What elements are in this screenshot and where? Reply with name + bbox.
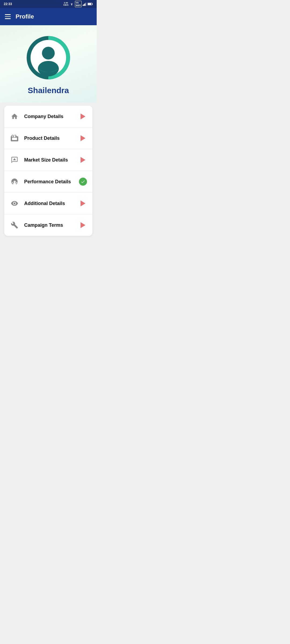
svg-point-11 (38, 61, 59, 76)
arrow-company-details (79, 112, 87, 120)
svg-rect-6 (88, 3, 91, 5)
menu-label-performance-details: Performance Details (24, 179, 79, 185)
home-icon (10, 112, 19, 121)
profile-name: Shailendra (28, 86, 69, 95)
avatar (26, 35, 71, 80)
eye-icon (10, 199, 19, 208)
svg-rect-1 (83, 5, 84, 6)
menu-label-company-details: Company Details (24, 114, 79, 119)
campaign-icon (10, 220, 19, 230)
menu-item-product-details[interactable]: Product Details (4, 127, 92, 149)
menu-item-performance-details[interactable]: Performance Details (4, 171, 92, 193)
menu-item-campaign-terms[interactable]: Campaign Terms (4, 214, 92, 236)
arrow-market-size-details (79, 156, 87, 164)
svg-rect-3 (85, 3, 85, 6)
hamburger-menu[interactable] (5, 14, 11, 19)
page-title: Profile (16, 13, 34, 20)
svg-point-10 (42, 47, 55, 60)
svg-rect-2 (84, 4, 85, 6)
battery-icon (88, 2, 93, 6)
status-bar: 22:33 2.00KB/S VoWiFi (0, 0, 97, 8)
arrow-additional-details (79, 199, 87, 207)
menu-label-additional-details: Additional Details (24, 201, 79, 206)
market-icon (10, 155, 19, 165)
arrow-product-details (79, 134, 87, 142)
svg-point-0 (71, 5, 72, 6)
svg-rect-7 (92, 3, 93, 5)
product-icon (10, 133, 19, 143)
menu-label-product-details: Product Details (24, 136, 79, 141)
menu-item-market-size-details[interactable]: Market Size Details (4, 149, 92, 171)
menu-label-campaign-terms: Campaign Terms (24, 222, 79, 228)
menu-item-company-details[interactable]: Company Details (4, 106, 92, 127)
speed-display: 2.00KB/S (63, 2, 68, 6)
performance-icon (10, 177, 19, 186)
check-badge-performance-details (79, 178, 87, 186)
app-bar: Profile (0, 8, 97, 25)
menu-list: Company Details Product Details Market S… (4, 106, 92, 236)
wifi-icon (70, 2, 74, 6)
svg-rect-4 (86, 2, 86, 6)
time-display: 22:33 (4, 2, 12, 6)
menu-item-additional-details[interactable]: Additional Details (4, 193, 92, 214)
vowifi-label: VoWiFi (75, 1, 82, 7)
status-icons: 2.00KB/S VoWiFi (63, 1, 93, 7)
menu-label-market-size-details: Market Size Details (24, 157, 79, 163)
signal-icon (83, 2, 86, 6)
profile-header: Shailendra (0, 25, 97, 103)
arrow-campaign-terms (79, 221, 87, 229)
